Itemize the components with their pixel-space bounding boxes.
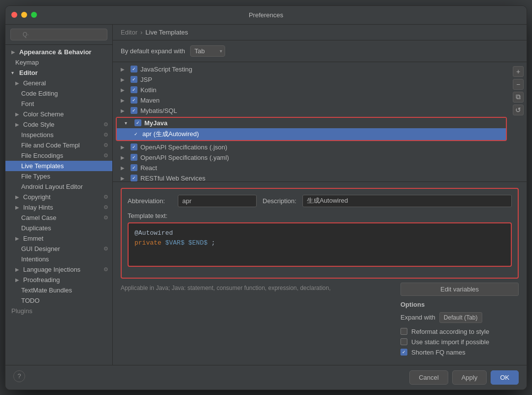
tree-item-mybatis[interactable]: ▶ Mybatis/SQL bbox=[113, 106, 510, 116]
sidebar-item-code-style[interactable]: ▶ Code Style ⚙ bbox=[5, 119, 112, 130]
checkbox-js-testing[interactable] bbox=[131, 66, 137, 72]
sidebar-item-editor[interactable]: ▾ Editor bbox=[5, 68, 112, 78]
remove-button[interactable]: − bbox=[513, 79, 524, 90]
arrow-icon: ▶ bbox=[121, 67, 128, 72]
checkbox-react[interactable] bbox=[131, 164, 137, 171]
plus-icon: + bbox=[516, 68, 520, 75]
checkbox-apr[interactable] bbox=[133, 131, 139, 138]
tree-item-react[interactable]: ▶ React bbox=[113, 163, 510, 173]
tree-item-openapi-yaml[interactable]: ▶ OpenAPI Specifications (.yaml) bbox=[113, 152, 510, 163]
tree-item-label: MyJava bbox=[144, 119, 167, 127]
sidebar-item-android-layout[interactable]: Android Layout Editor bbox=[5, 181, 112, 192]
sidebar-label: General bbox=[23, 79, 46, 87]
checkbox-jsp[interactable] bbox=[131, 76, 137, 83]
checkbox-myjava[interactable] bbox=[134, 119, 141, 126]
sidebar-label: Intentions bbox=[21, 255, 49, 263]
sidebar-item-file-types[interactable]: File Types bbox=[5, 171, 112, 181]
sidebar-item-file-encodings[interactable]: File Encodings ⚙ bbox=[5, 150, 112, 161]
sidebar-label: Code Style bbox=[23, 121, 55, 128]
checkbox-openapi-json[interactable] bbox=[131, 144, 137, 150]
sidebar-item-emmet[interactable]: ▶ Emmet bbox=[5, 233, 112, 244]
abbreviation-label: Abbreviation: bbox=[128, 197, 172, 205]
code-var1: $VAR$ bbox=[165, 239, 184, 247]
sidebar-label: GUI Designer bbox=[21, 245, 60, 252]
shorten-fq-checkbox[interactable] bbox=[400, 349, 407, 356]
ok-button[interactable]: OK bbox=[491, 370, 519, 385]
sidebar-item-plugins[interactable]: Plugins bbox=[5, 306, 112, 316]
tree-item-jsp[interactable]: ▶ JSP bbox=[113, 74, 510, 85]
expand-select[interactable]: Default (Tab) Tab Enter bbox=[439, 312, 482, 323]
sidebar-label: TextMate Bundles bbox=[21, 287, 72, 294]
add-button[interactable]: + bbox=[513, 66, 524, 77]
checkbox-mybatis[interactable] bbox=[131, 107, 137, 114]
sidebar-label: TODO bbox=[21, 297, 39, 304]
checkbox-openapi-yaml[interactable] bbox=[131, 154, 137, 161]
sidebar-item-textmate-bundles[interactable]: TextMate Bundles bbox=[5, 285, 112, 295]
arrow-icon: ▶ bbox=[15, 194, 21, 200]
sidebar-item-copyright[interactable]: ▶ Copyright ⚙ bbox=[5, 192, 112, 202]
search-input[interactable] bbox=[10, 29, 107, 40]
sidebar-label: File and Code Templ bbox=[21, 142, 80, 149]
search-box: 🔍 bbox=[5, 25, 112, 45]
code-line-2: private $VAR$ $END$ ; bbox=[134, 238, 505, 249]
minimize-button[interactable] bbox=[21, 12, 27, 18]
traffic-lights bbox=[11, 12, 37, 18]
tree-item-myjava[interactable]: ▾ MyJava bbox=[117, 118, 506, 128]
sidebar-item-language-injections[interactable]: ▶ Language Injections ⚙ bbox=[5, 264, 112, 275]
sidebar-item-camel-case[interactable]: Camel Case ⚙ bbox=[5, 213, 112, 223]
sidebar-label: File Types bbox=[21, 173, 50, 180]
sidebar-item-keymap[interactable]: Keymap bbox=[5, 57, 112, 68]
tree-item-label: OpenAPI Specifications (.yaml) bbox=[140, 154, 229, 161]
expand-with-label: By default expand with bbox=[121, 47, 185, 55]
expand-with-select[interactable]: Tab Enter Space bbox=[190, 45, 225, 57]
sidebar-item-inlay-hints[interactable]: ▶ Inlay Hints ⚙ bbox=[5, 202, 112, 213]
template-code-editor[interactable]: @Autowired private $VAR$ $END$ ; bbox=[128, 222, 512, 267]
sidebar-item-code-editing[interactable]: Code Editing bbox=[5, 88, 112, 99]
shorten-fq-row: Shorten FQ names bbox=[400, 349, 519, 356]
sidebar-item-intentions[interactable]: Intentions bbox=[5, 254, 112, 264]
arrow-icon: ▶ bbox=[121, 98, 128, 103]
sidebar-item-file-code-templ[interactable]: File and Code Templ ⚙ bbox=[5, 140, 112, 150]
main-panel: Editor › Live Templates By default expan… bbox=[113, 25, 527, 365]
tree-item-maven[interactable]: ▶ Maven bbox=[113, 95, 510, 106]
sidebar-item-gui-designer[interactable]: GUI Designer ⚙ bbox=[5, 244, 112, 254]
description-input[interactable] bbox=[302, 195, 512, 207]
tree-item-restful[interactable]: ▶ RESTful Web Services bbox=[113, 173, 510, 181]
tree-item-label: OpenAPI Specifications (.json) bbox=[140, 144, 227, 151]
tree-item-js-testing[interactable]: ▶ JavaScript Testing bbox=[113, 64, 510, 74]
sidebar-item-font[interactable]: Font bbox=[5, 99, 112, 109]
sidebar-item-appearance[interactable]: ▶ Appearance & Behavior bbox=[5, 47, 112, 57]
checkbox-kotlin[interactable] bbox=[131, 86, 137, 93]
sidebar-item-general[interactable]: ▶ General bbox=[5, 78, 112, 88]
sidebar-label: File Encodings bbox=[21, 152, 63, 159]
static-import-checkbox[interactable] bbox=[400, 338, 407, 345]
sidebar-tree: ▶ Appearance & Behavior Keymap ▾ Editor … bbox=[5, 45, 112, 365]
sidebar-item-color-scheme[interactable]: ▶ Color Scheme bbox=[5, 109, 112, 119]
tree-item-openapi-json[interactable]: ▶ OpenAPI Specifications (.json) bbox=[113, 142, 510, 152]
help-button[interactable]: ? bbox=[13, 370, 25, 382]
apply-button[interactable]: Apply bbox=[452, 370, 487, 385]
tree-item-apr[interactable]: apr (生成Autowired) bbox=[117, 128, 506, 140]
abbreviation-input[interactable] bbox=[178, 195, 257, 207]
arrow-icon: ▶ bbox=[15, 236, 21, 241]
close-button[interactable] bbox=[11, 12, 17, 18]
maximize-button[interactable] bbox=[31, 12, 37, 18]
sidebar-item-inspections[interactable]: Inspections ⚙ bbox=[5, 130, 112, 140]
sidebar-item-proofreading[interactable]: ▶ Proofreading bbox=[5, 275, 112, 285]
sidebar-item-todo[interactable]: TODO bbox=[5, 295, 112, 306]
titlebar: Preferences bbox=[5, 6, 527, 25]
sidebar-label: Language Injections bbox=[23, 266, 80, 273]
code-keyword-private: private bbox=[134, 239, 165, 247]
reformat-row: Reformat according to style bbox=[400, 328, 519, 335]
cancel-button[interactable]: Cancel bbox=[409, 370, 448, 385]
sidebar-label: Font bbox=[21, 100, 34, 108]
sidebar-item-duplicates[interactable]: Duplicates bbox=[5, 223, 112, 233]
sidebar-item-live-templates[interactable]: Live Templates bbox=[5, 161, 112, 171]
edit-variables-button[interactable]: Edit variables bbox=[400, 283, 519, 296]
checkbox-restful[interactable] bbox=[131, 175, 137, 181]
copy-button[interactable]: ⧉ bbox=[513, 92, 524, 103]
restore-button[interactable]: ↺ bbox=[513, 105, 524, 115]
checkbox-maven[interactable] bbox=[131, 97, 137, 104]
reformat-checkbox[interactable] bbox=[400, 328, 407, 335]
tree-item-kotlin[interactable]: ▶ Kotlin bbox=[113, 85, 510, 95]
